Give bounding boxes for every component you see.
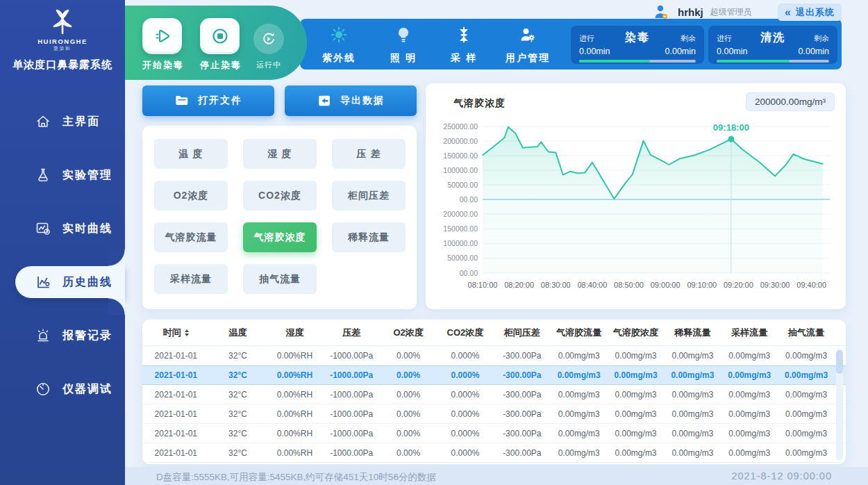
sidebar-item-history[interactable]: 历史曲线 bbox=[15, 266, 125, 298]
param-button-4[interactable]: O2浓度 bbox=[154, 181, 228, 211]
home-icon bbox=[35, 113, 51, 130]
table-cell: 0.00mg/m3 bbox=[664, 390, 721, 400]
header-label: 采样流量 bbox=[731, 327, 767, 338]
status-bar: D盘容量:5555KB,可用容量:5455KB,约可存储451天10时56分的数… bbox=[125, 467, 868, 485]
table-header-12: 抽气流量 bbox=[778, 327, 835, 339]
table-row[interactable]: 2021-01-0132°C0.00%RH-1000.00Pa0.00%0.00… bbox=[142, 424, 846, 443]
table-cell: 0.00mg/m3 bbox=[551, 409, 608, 419]
sidebar-item-label: 实验管理 bbox=[62, 168, 112, 183]
sidebar-item-main[interactable]: 主界面 bbox=[0, 106, 125, 138]
table-cell: 0.00% bbox=[380, 429, 437, 438]
stop-exposure-button[interactable]: 停止染毒 bbox=[200, 18, 240, 72]
table-header-3: 湿度 bbox=[266, 327, 323, 339]
alarm-icon bbox=[35, 327, 51, 344]
param-button-3[interactable]: 压 差 bbox=[332, 139, 406, 169]
sampling-button[interactable]: 采 样 bbox=[434, 26, 494, 65]
sidebar-item-label: 报警记录 bbox=[62, 329, 112, 343]
phase-elapsed-value: 0.00min bbox=[717, 47, 747, 56]
table-row[interactable]: 2021-01-0132°C0.00%RH-1000.00Pa0.00%0.00… bbox=[142, 346, 846, 365]
uv-button[interactable]: 紫外线 bbox=[309, 26, 369, 65]
table-cell: 0.00% bbox=[380, 390, 437, 400]
table-cell: 0.00mg/m3 bbox=[551, 390, 608, 400]
svg-text:50000.00: 50000.00 bbox=[447, 181, 478, 189]
disk-capacity-info: D盘容量:5555KB,可用容量:5455KB,约可存储451天10时56分的数… bbox=[156, 471, 436, 484]
logo-mark-icon bbox=[47, 8, 78, 36]
sidebar-item-debug[interactable]: 仪器调试 bbox=[0, 373, 125, 405]
param-button-5[interactable]: CO2浓度 bbox=[243, 181, 317, 211]
flask-icon bbox=[35, 167, 51, 183]
phase-remaining-label: 剩余 bbox=[814, 33, 829, 44]
logout-button[interactable]: « 退出系统 bbox=[778, 3, 842, 21]
param-button-1[interactable]: 温 度 bbox=[154, 139, 228, 169]
aerosol-concentration-chart[interactable]: 250000.00200000.00150000.00100000.005000… bbox=[426, 83, 846, 309]
table-cell: 0.00%RH bbox=[266, 409, 323, 419]
param-button-10[interactable]: 采样流量 bbox=[154, 264, 228, 294]
svg-text:08:40:00: 08:40:00 bbox=[577, 281, 607, 289]
table-row[interactable]: 2021-01-0132°C0.00%RH-1000.00Pa0.00%0.00… bbox=[142, 443, 846, 463]
table-row[interactable]: 2021-01-0132°C0.00%RH-1000.00Pa0.00%0.00… bbox=[142, 385, 846, 404]
sidebar-item-alarm[interactable]: 报警记录 bbox=[0, 320, 125, 352]
param-button-2[interactable]: 湿 度 bbox=[243, 139, 317, 169]
start-exposure-label: 开始染毒 bbox=[142, 59, 183, 72]
param-button-9[interactable]: 稀释流量 bbox=[332, 222, 406, 252]
open-file-button[interactable]: 打开文件 bbox=[142, 85, 274, 116]
table-cell: -300.00Pa bbox=[494, 390, 551, 400]
phase-progress-label: 进行 bbox=[579, 33, 594, 44]
system-datetime: 2021-8-12 09:00:00 bbox=[731, 470, 832, 482]
lighting-button[interactable]: 照 明 bbox=[374, 26, 433, 65]
sun-icon bbox=[330, 26, 348, 44]
param-button-6[interactable]: 柜间压差 bbox=[332, 181, 406, 211]
svg-text:100000.00: 100000.00 bbox=[443, 239, 478, 247]
table-row[interactable]: 2021-01-0132°C0.00%RH-1000.00Pa0.00%0.00… bbox=[142, 404, 846, 424]
export-data-label: 导出数据 bbox=[340, 94, 385, 107]
stop-exposure-label: 停止染毒 bbox=[200, 59, 240, 72]
table-cell: 32°C bbox=[210, 429, 267, 438]
svg-text:200000.00: 200000.00 bbox=[443, 137, 478, 145]
table-cell: 0.00mg/m3 bbox=[551, 370, 608, 380]
sidebar-item-realtime[interactable]: 实时曲线 bbox=[0, 213, 125, 245]
table-header-row: 时间温度湿度压差O2浓度CO2浓度柜间压差气溶胶流量气溶胶浓度稀释流量采样流量抽… bbox=[142, 320, 846, 346]
export-data-button[interactable]: 导出数据 bbox=[285, 85, 417, 116]
user-role: 超级管理员 bbox=[710, 6, 752, 18]
header-label: O2浓度 bbox=[393, 327, 423, 338]
table-cell: -300.00Pa bbox=[494, 448, 551, 458]
svg-text:08:30:00: 08:30:00 bbox=[541, 281, 571, 289]
export-icon bbox=[317, 93, 332, 108]
param-button-7[interactable]: 气溶胶流量 bbox=[154, 222, 228, 252]
svg-text:00.00: 00.00 bbox=[460, 269, 478, 277]
table-cell: 0.00mg/m3 bbox=[664, 370, 721, 380]
open-file-label: 打开文件 bbox=[198, 94, 242, 107]
table-cell: 0.00mg/m3 bbox=[608, 370, 665, 380]
param-button-11[interactable]: 抽气流量 bbox=[243, 264, 317, 294]
sidebar-item-label: 历史曲线 bbox=[62, 275, 112, 290]
table-cell: 0.00mg/m3 bbox=[608, 351, 665, 361]
param-button-8[interactable]: 气溶胶浓度 bbox=[243, 222, 317, 252]
lighting-label: 照 明 bbox=[390, 52, 417, 65]
bulb-icon bbox=[394, 26, 412, 44]
table-cell: 2021-01-01 bbox=[142, 448, 210, 458]
table-scrollbar-thumb[interactable] bbox=[836, 350, 843, 374]
phase-remaining-value: 0.00min bbox=[799, 47, 829, 56]
run-control-bar: 开始染毒 停止染毒 运行中 bbox=[125, 6, 307, 80]
sidebar-menu: 主界面实验管理实时曲线历史曲线报警记录仪器调试 bbox=[0, 106, 125, 427]
user-management-button[interactable]: 用户管理 bbox=[498, 26, 558, 65]
sidebar-item-label: 主界面 bbox=[62, 115, 100, 129]
svg-text:08:10:00: 08:10:00 bbox=[468, 281, 498, 289]
table-cell: 0.00mg/m3 bbox=[721, 390, 778, 400]
svg-text:250000.00: 250000.00 bbox=[443, 122, 478, 131]
sort-icon[interactable] bbox=[185, 329, 189, 336]
phase-panel-poison: 进行染毒剩余0.00min0.00min bbox=[571, 26, 704, 64]
table-cell: 0.00mg/m3 bbox=[664, 351, 721, 361]
table-row[interactable]: 2021-01-0132°C0.00%RH-1000.00Pa0.00%0.00… bbox=[142, 365, 846, 385]
sidebar-item-experiment[interactable]: 实验管理 bbox=[0, 159, 125, 191]
table-header-1[interactable]: 时间 bbox=[142, 327, 210, 339]
table-cell: 0.00% bbox=[380, 351, 437, 361]
table-cell: 0.00mg/m3 bbox=[778, 351, 835, 361]
table-cell: 0.00mg/m3 bbox=[664, 409, 721, 419]
header-label: 气溶胶流量 bbox=[556, 327, 601, 338]
header-label: 抽气流量 bbox=[788, 327, 824, 338]
running-status-label: 运行中 bbox=[253, 60, 284, 70]
table-header-6: CO2浓度 bbox=[437, 327, 494, 339]
sidebar-item-label: 仪器调试 bbox=[62, 382, 112, 397]
start-exposure-button[interactable]: 开始染毒 bbox=[142, 18, 183, 72]
